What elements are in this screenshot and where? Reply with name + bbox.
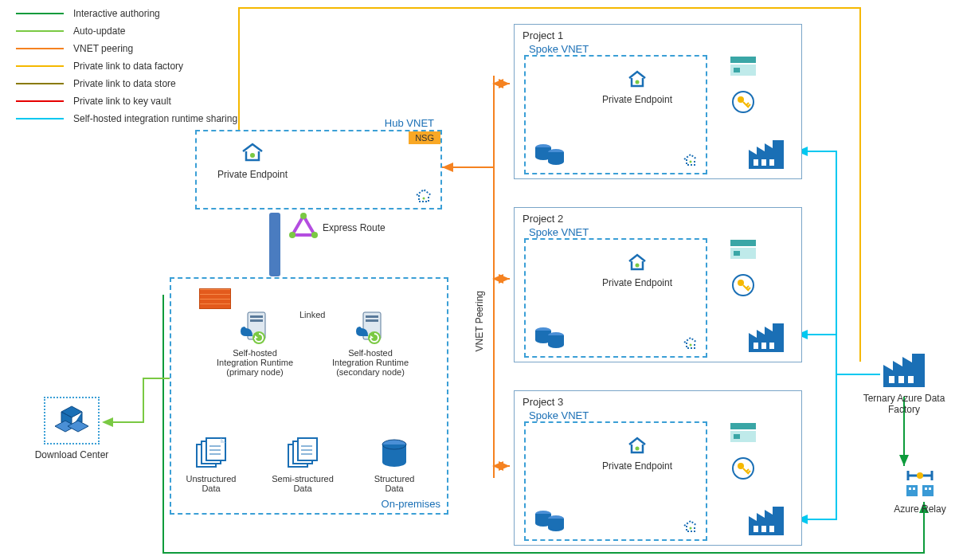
private-endpoint-label: Private Endpoint (593, 277, 681, 288)
svg-point-3 (311, 232, 318, 238)
svg-rect-7 (250, 319, 263, 322)
svg-rect-68 (922, 485, 934, 496)
express-route: Express Route (271, 213, 398, 244)
spoke-vnet-title: Spoke VNET (529, 409, 589, 421)
svg-point-51 (636, 447, 640, 451)
semistructured-label: Semi-structured Data (267, 474, 339, 493)
private-endpoint-label: Private Endpoint (205, 169, 300, 180)
vnet-icon (680, 334, 701, 351)
spoke-vnet-title: Spoke VNET (529, 226, 589, 238)
svg-point-27 (636, 80, 640, 84)
firewall-icon (199, 288, 231, 309)
key-vault-icon (731, 456, 755, 480)
shir-secondary: Self-hosted Integration Runtime (seconda… (319, 309, 422, 377)
unstructured-label: Unstructured Data (179, 474, 243, 493)
private-endpoint-label: Private Endpoint (593, 94, 681, 105)
svg-point-0 (250, 153, 255, 158)
server-icon (352, 309, 389, 344)
legend-label: VNET peering (73, 43, 133, 54)
private-endpoint: Private Endpoint (593, 433, 681, 472)
key-vault-icon (731, 90, 755, 114)
files-icon (194, 438, 229, 470)
shir-primary-label: Self-hosted Integration Runtime (primary… (203, 348, 307, 377)
hub-vnet-box: Hub VNET NSG Private Endpoint (195, 130, 442, 210)
vnet-peering-label: VNET Peering (474, 291, 485, 351)
azure-relay-icon (902, 466, 938, 499)
svg-rect-36 (754, 159, 758, 166)
semistructured-data: Semi-structured Data (267, 438, 339, 493)
svg-point-2 (300, 213, 307, 219)
svg-rect-21 (298, 438, 317, 460)
private-endpoint-hub: Private Endpoint (205, 138, 300, 180)
data-factory-icon (747, 139, 785, 170)
legend-label: Private link to data store (73, 78, 176, 89)
legend-label: Private link to key vault (73, 96, 171, 107)
svg-rect-60 (754, 526, 758, 532)
private-endpoint-icon (624, 249, 651, 273)
database-cluster-icon (534, 504, 567, 533)
vnet-icon (680, 151, 701, 168)
svg-point-54 (690, 527, 692, 530)
svg-point-1 (423, 198, 425, 200)
legend-item: Interactive authoring (16, 8, 237, 19)
ternary-adf: Ternary Azure Data Factory (848, 352, 959, 415)
legend-item: Self-hosted integration runtime sharing (16, 113, 237, 124)
database-cluster-icon (534, 138, 567, 166)
download-center-label: Download Center (28, 449, 115, 460)
private-endpoint-label: Private Endpoint (593, 460, 681, 472)
structured-data: Structured Data (362, 438, 426, 493)
legend-item: Auto-update (16, 25, 237, 37)
private-endpoint: Private Endpoint (593, 66, 681, 105)
legend-label: Private link to data factory (73, 61, 183, 72)
svg-point-39 (636, 264, 640, 268)
project-1-box: Project 1 Spoke VNET Private Endpoint (514, 24, 802, 179)
server-icon (237, 309, 273, 344)
legend-item: Private link to data store (16, 78, 237, 89)
key-vault-icon (731, 273, 755, 297)
legend-label: Auto-update (73, 25, 125, 37)
svg-rect-55 (730, 423, 756, 429)
svg-rect-63 (889, 376, 894, 383)
private-endpoint-icon (624, 66, 651, 90)
svg-point-42 (690, 344, 692, 347)
private-endpoint: Private Endpoint (593, 249, 681, 288)
svg-rect-38 (769, 159, 774, 166)
nsg-badge: NSG (409, 131, 440, 144)
gateway-icon (269, 213, 280, 276)
svg-rect-11 (366, 319, 378, 322)
legend-item: Private link to key vault (16, 96, 237, 107)
svg-rect-69 (909, 488, 911, 490)
onprem-box: On-premises Self-hosted Integration Runt… (170, 277, 448, 515)
legend-label: Interactive authoring (73, 8, 160, 19)
svg-rect-33 (734, 68, 740, 72)
svg-rect-6 (250, 315, 263, 318)
private-endpoint-icon (237, 138, 268, 165)
svg-point-59 (738, 463, 744, 469)
svg-rect-37 (761, 159, 766, 166)
svg-rect-57 (734, 434, 740, 439)
project-title: Project 1 (523, 29, 563, 41)
svg-point-66 (917, 472, 923, 479)
svg-rect-70 (913, 488, 915, 490)
svg-rect-72 (929, 488, 931, 490)
structured-label: Structured Data (362, 474, 426, 493)
svg-rect-64 (898, 376, 904, 383)
svg-rect-62 (769, 526, 774, 532)
data-store-icon (729, 421, 757, 444)
data-store-icon (729, 238, 757, 260)
svg-rect-61 (761, 526, 766, 532)
data-store-icon (729, 55, 757, 77)
svg-rect-67 (906, 485, 918, 496)
files-icon (285, 438, 320, 470)
project-title: Project 3 (523, 396, 563, 408)
project-title: Project 2 (523, 213, 563, 225)
download-center: Download Center (28, 397, 115, 460)
shir-secondary-label: Self-hosted Integration Runtime (seconda… (319, 348, 422, 377)
database-cluster-icon (534, 321, 567, 350)
shir-primary: Self-hosted Integration Runtime (primary… (203, 309, 307, 377)
data-factory-icon (747, 505, 785, 537)
svg-rect-65 (908, 376, 914, 383)
svg-point-47 (738, 280, 744, 286)
boxes-icon (53, 405, 90, 437)
svg-point-4 (289, 232, 296, 238)
